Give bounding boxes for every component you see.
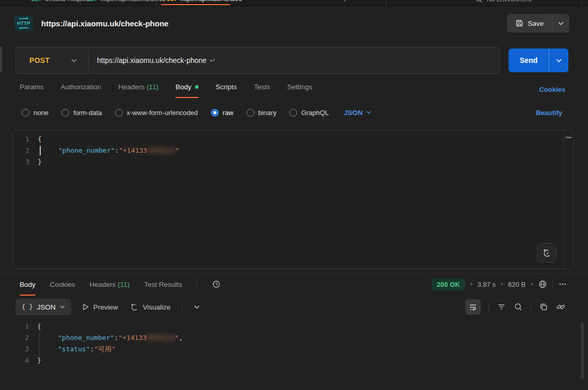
raw-language-dropdown[interactable]: JSON xyxy=(344,109,371,117)
new-tab-button[interactable]: + xyxy=(342,0,347,4)
visualize-sparkle-icon xyxy=(129,302,139,312)
response-tab-body[interactable]: Body xyxy=(20,277,36,293)
chevron-down-icon xyxy=(558,22,564,25)
radio-circle xyxy=(115,109,123,117)
method-badge: GET xyxy=(31,0,42,2)
response-format-dropdown[interactable]: { } JSON xyxy=(15,299,71,315)
divider xyxy=(182,302,183,312)
tab-headers[interactable]: Headers (11) xyxy=(118,79,158,95)
postman-app-window: GETUntitled Request GEThttps://api.xiaom… xyxy=(0,0,588,390)
network-info-button[interactable] xyxy=(538,280,547,289)
response-scrollbar-thumb[interactable] xyxy=(581,322,584,379)
radio-circle xyxy=(289,109,297,117)
copy-response-button[interactable] xyxy=(539,302,548,312)
wrap-text-button-active[interactable] xyxy=(465,299,481,315)
method-dropdown[interactable]: POST xyxy=(16,47,88,73)
response-divider[interactable] xyxy=(0,273,588,274)
save-split-button: Save xyxy=(507,14,569,32)
tab-authorization[interactable]: Authorization xyxy=(61,79,102,95)
beautify-link[interactable]: Beautify xyxy=(536,109,562,117)
url-input[interactable]: https://api.xiaomu.uk/check-phone↵ xyxy=(89,56,216,64)
chevron-down-icon xyxy=(556,59,562,62)
wrap-text-icon xyxy=(468,302,478,312)
tab-params[interactable]: Params xyxy=(20,79,44,95)
chevron-down-icon xyxy=(194,305,200,309)
visualize-button[interactable]: Visualize xyxy=(129,302,171,312)
code-line: 1{ xyxy=(12,321,576,332)
response-toolbar-icons xyxy=(465,297,565,317)
radio-raw-selected[interactable]: raw xyxy=(211,109,234,117)
radio-none[interactable]: none xyxy=(22,109,48,117)
tab-settings[interactable]: Settings xyxy=(287,79,313,95)
share-link-button[interactable] xyxy=(556,302,565,312)
response-tab-cookies[interactable]: Cookies xyxy=(50,277,75,293)
chevron-down-icon xyxy=(60,305,65,308)
tab-divider xyxy=(156,0,156,6)
dot-separator xyxy=(501,283,503,285)
radio-urlencoded[interactable]: x-www-form-urlencoded xyxy=(115,109,198,117)
copy-icon xyxy=(539,302,548,312)
save-label: Save xyxy=(528,20,544,27)
request-body-editor[interactable]: 1{ 2"phone_number": "+141335550123" 3} xyxy=(12,130,574,269)
search-response-button[interactable] xyxy=(514,302,523,312)
format-label: JSON xyxy=(37,303,56,311)
radio-form-data[interactable]: form-data xyxy=(61,109,102,117)
response-history-button[interactable] xyxy=(211,280,221,289)
response-tab-test-results[interactable]: Test Results xyxy=(144,277,182,293)
environment-selector[interactable]: No Environment xyxy=(476,0,531,3)
request-tabs: Params Authorization Headers (11) Body S… xyxy=(0,74,588,99)
code-line: 2"phone_number": "+141335550123", xyxy=(12,332,576,344)
http-request-icon: HTTP xyxy=(14,15,33,31)
response-body-code: 1{ 2"phone_number": "+141335550123", 3"s… xyxy=(12,318,576,366)
chevron-down-icon xyxy=(71,59,77,62)
method-badge: GET xyxy=(87,0,97,2)
code-line: 3} xyxy=(13,156,573,168)
code-line: 3"status": "可用" xyxy=(12,344,576,355)
send-button[interactable]: Send xyxy=(509,48,549,72)
request-body-code: 1{ 2"phone_number": "+141335550123" 3} xyxy=(13,131,573,168)
tab-title: https://api.xiaomu.uk/c xyxy=(180,0,241,3)
request-url-row: POST https://api.xiaomu.uk/check-phone↵ … xyxy=(0,40,588,74)
tab-title: Untitled Request xyxy=(45,0,91,3)
code-line: 2"phone_number": "+141335550123" xyxy=(13,145,573,156)
tab-scripts[interactable]: Scripts xyxy=(216,79,237,95)
radio-binary[interactable]: binary xyxy=(247,109,276,117)
visualize-options-button[interactable] xyxy=(194,305,200,309)
preview-button[interactable]: Preview xyxy=(83,303,118,311)
filter-button[interactable] xyxy=(497,302,506,312)
radio-circle xyxy=(211,109,219,117)
divider xyxy=(552,280,553,289)
request-title: https://api.xiaomu.uk/check-phone xyxy=(41,19,169,28)
editor-scrollbar-track[interactable] xyxy=(563,131,573,269)
request-tab-3-active[interactable]: POSThttps://api.xiaomu.uk/c xyxy=(163,0,242,3)
redacted-phone-digits: 5550123 xyxy=(146,332,175,344)
request-header: HTTP https://api.xiaomu.uk/check-phone S… xyxy=(0,7,588,40)
response-more-options-button[interactable] xyxy=(558,280,567,289)
request-tab-2[interactable]: GEThttps://api.xiaomu.uk/ch xyxy=(87,0,166,3)
method-badge: POST xyxy=(163,0,177,2)
send-options-button[interactable] xyxy=(549,48,568,72)
enter-hint-icon: ↵ xyxy=(209,56,216,64)
dot-separator xyxy=(531,283,533,285)
body-content-dot xyxy=(195,85,199,89)
save-button[interactable]: Save xyxy=(507,14,552,32)
cookies-link[interactable]: Cookies xyxy=(539,86,565,93)
text-cursor xyxy=(40,146,41,155)
status-badge[interactable]: 200 OK xyxy=(432,279,465,290)
globe-icon xyxy=(538,280,547,289)
postbot-ai-button[interactable] xyxy=(537,243,557,263)
response-tab-headers[interactable]: Headers (11) xyxy=(90,277,130,293)
radio-graphql[interactable]: GraphQL xyxy=(289,109,329,117)
radio-circle xyxy=(247,109,254,117)
tab-body[interactable]: Body xyxy=(175,79,199,95)
search-icon xyxy=(514,302,523,312)
response-time[interactable]: 3.87 s xyxy=(478,281,496,288)
request-tab-1[interactable]: GETUntitled Request xyxy=(31,0,90,3)
active-tab-underline xyxy=(161,4,230,5)
save-options-button[interactable] xyxy=(552,14,569,32)
tab-tests[interactable]: Tests xyxy=(254,79,270,95)
response-body-viewer[interactable]: 1{ 2"phone_number": "+141335550123", 3"s… xyxy=(12,318,576,390)
response-size[interactable]: 620 B xyxy=(508,281,526,288)
editor-scrollbar-thumb[interactable] xyxy=(565,137,571,138)
filter-icon xyxy=(497,302,506,312)
